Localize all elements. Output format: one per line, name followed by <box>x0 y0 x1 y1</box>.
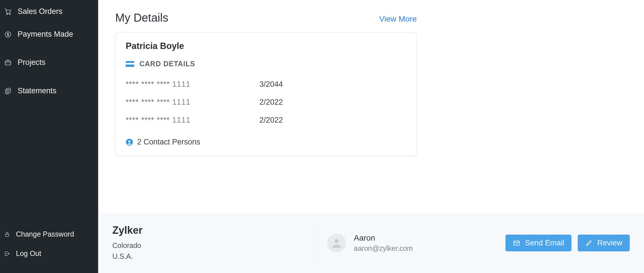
logout-icon <box>4 250 10 258</box>
card-row: **** **** **** 1111 2/2022 <box>126 93 406 111</box>
mail-icon <box>513 239 520 247</box>
customer-name: Patricia Boyle <box>126 41 406 51</box>
contact-persons[interactable]: 2 Contact Persons <box>126 138 406 146</box>
svg-rect-5 <box>5 234 9 236</box>
contact-persons-label: 2 Contact Persons <box>137 138 200 146</box>
sidebar-item-sales-orders[interactable]: Sales Orders <box>0 2 98 21</box>
cart-icon <box>4 8 12 16</box>
svg-point-1 <box>9 14 10 15</box>
details-card: Patricia Boyle CARD DETAILS **** **** **… <box>115 32 417 156</box>
credit-card-icon <box>126 61 134 67</box>
pencil-icon <box>585 239 593 247</box>
svg-point-0 <box>7 14 7 15</box>
svg-point-10 <box>128 140 131 142</box>
avatar <box>327 234 346 253</box>
org-address: Colorado U.S.A. <box>112 240 314 262</box>
svg-point-11 <box>335 239 339 243</box>
cards-list: **** **** **** 1111 3/2044 **** **** ***… <box>126 75 406 129</box>
person-circle-icon <box>126 138 133 146</box>
review-button[interactable]: Review <box>578 235 630 251</box>
sidebar: Sales Orders Payments Made Projects Stat… <box>0 0 98 273</box>
sidebar-item-projects[interactable]: Projects <box>0 53 98 72</box>
card-row: **** **** **** 1111 2/2022 <box>126 111 406 129</box>
main: My Details View More Patricia Boyle CARD… <box>98 0 644 273</box>
user-email: aaron@zylker.com <box>354 244 413 253</box>
sidebar-item-label: Projects <box>18 58 46 67</box>
sidebar-item-label: Change Password <box>16 230 74 238</box>
card-expiry: 2/2022 <box>259 116 283 125</box>
briefcase-icon <box>4 59 12 67</box>
svg-rect-8 <box>126 64 134 65</box>
card-number: **** **** **** 1111 <box>126 98 259 107</box>
dollar-circle-icon <box>4 30 12 38</box>
section-title: My Details <box>115 11 168 24</box>
user-name: Aaron <box>354 233 413 243</box>
footer: Zylker Colorado U.S.A. Aaron aaron@zylke… <box>98 213 644 273</box>
org-block: Zylker Colorado U.S.A. <box>110 224 314 262</box>
sidebar-item-label: Sales Orders <box>18 7 63 16</box>
content: My Details View More Patricia Boyle CARD… <box>98 0 644 213</box>
card-expiry: 3/2044 <box>259 80 283 89</box>
sidebar-item-label: Payments Made <box>18 30 73 39</box>
card-row: **** **** **** 1111 3/2044 <box>126 75 406 93</box>
card-details-label: CARD DETAILS <box>139 60 195 68</box>
svg-rect-3 <box>5 61 11 65</box>
lock-icon <box>4 230 10 238</box>
send-email-button[interactable]: Send Email <box>505 235 571 251</box>
view-more-link[interactable]: View More <box>379 15 417 24</box>
user-block: Aaron aaron@zylker.com Send Email <box>327 233 633 253</box>
divider <box>314 224 315 262</box>
sidebar-item-payments-made[interactable]: Payments Made <box>0 25 98 44</box>
card-expiry: 2/2022 <box>259 98 283 107</box>
sidebar-item-log-out[interactable]: Log Out <box>0 246 98 262</box>
sidebar-item-statements[interactable]: Statements <box>0 82 98 100</box>
svg-rect-7 <box>126 63 134 64</box>
card-number: **** **** **** 1111 <box>126 116 259 125</box>
sidebar-item-label: Log Out <box>16 250 41 258</box>
org-name: Zylker <box>112 224 314 236</box>
card-number: **** **** **** 1111 <box>126 80 259 89</box>
sidebar-item-label: Statements <box>18 87 57 95</box>
sidebar-item-change-password[interactable]: Change Password <box>0 226 98 242</box>
document-copy-icon <box>4 87 12 95</box>
